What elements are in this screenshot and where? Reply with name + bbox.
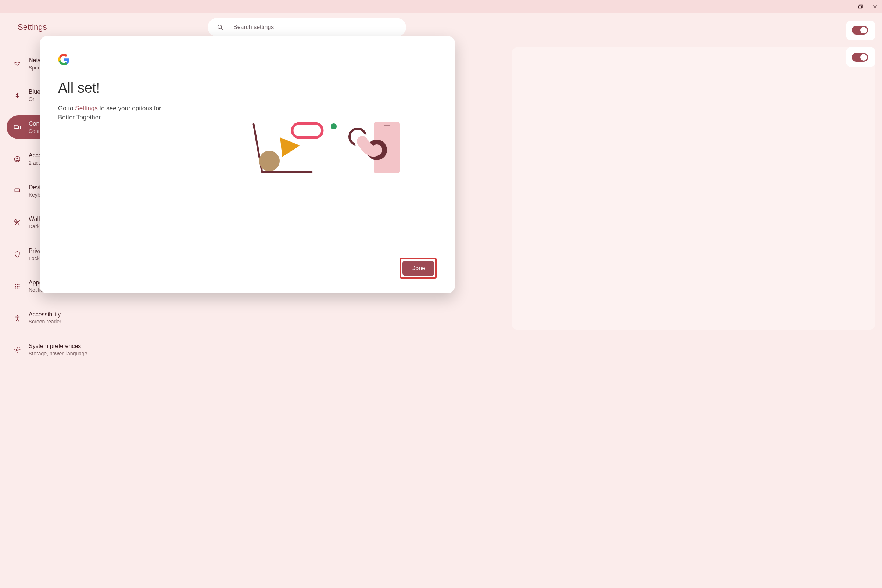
svg-rect-2 [14, 125, 18, 128]
dialog-body: Go to Settings to see your options for B… [58, 104, 179, 122]
svg-point-17 [16, 315, 18, 316]
sidebar-item-sub: Storage, power, language [28, 350, 87, 357]
minimize-icon [843, 4, 848, 9]
settings-link[interactable]: Settings [75, 105, 98, 112]
bt-icon [13, 92, 21, 100]
ruler-icon [13, 219, 21, 227]
wifi-icon [13, 60, 21, 68]
done-button-highlight: Done [400, 258, 436, 279]
all-set-dialog: All set! Go to Settings to see your opti… [40, 36, 455, 293]
dialog-body-prefix: Go to [58, 105, 75, 112]
svg-rect-20 [292, 123, 322, 138]
svg-rect-3 [18, 126, 20, 129]
dialog-title: All set! [58, 80, 436, 96]
sidebar-item-gear[interactable]: System preferencesStorage, power, langua… [7, 338, 125, 361]
gear-icon [13, 346, 21, 354]
settings-content-panel [512, 47, 875, 330]
page-title: Settings [18, 22, 47, 32]
svg-point-15 [17, 287, 18, 288]
svg-point-19 [259, 151, 280, 171]
access-icon [13, 314, 21, 322]
toggle-switch[interactable] [852, 26, 868, 34]
google-logo-icon [58, 54, 70, 65]
svg-point-1 [218, 25, 222, 28]
svg-point-13 [19, 285, 20, 286]
svg-rect-0 [859, 6, 862, 9]
window-restore-button[interactable] [857, 3, 864, 10]
svg-point-14 [15, 287, 16, 288]
search-input[interactable] [233, 24, 397, 30]
toggle-switch[interactable] [852, 53, 868, 62]
close-icon [873, 4, 878, 9]
illustration [246, 121, 400, 180]
svg-point-9 [17, 284, 18, 285]
svg-point-12 [17, 285, 18, 286]
sidebar-item-label: Accessibility [28, 310, 62, 319]
svg-point-21 [331, 123, 337, 129]
svg-point-16 [19, 287, 20, 288]
done-button[interactable]: Done [402, 261, 434, 276]
account-icon [13, 155, 21, 163]
laptop-icon [13, 187, 21, 195]
devices-icon [13, 123, 21, 131]
svg-point-8 [15, 284, 16, 285]
svg-rect-23 [384, 125, 390, 126]
grid-icon [13, 282, 21, 290]
window-titlebar [0, 0, 882, 13]
shield-icon [13, 250, 21, 258]
search-field[interactable] [208, 18, 406, 36]
sidebar-item-sub: Screen reader [28, 318, 62, 325]
restore-icon [858, 4, 863, 9]
window-close-button[interactable] [872, 3, 878, 10]
svg-point-5 [16, 158, 18, 159]
svg-rect-6 [15, 189, 20, 192]
sidebar-item-label: System preferences [28, 342, 87, 350]
svg-point-10 [19, 284, 20, 285]
window-minimize-button[interactable] [842, 3, 849, 10]
svg-point-11 [15, 285, 16, 286]
search-icon [216, 24, 224, 31]
svg-point-18 [16, 349, 18, 351]
sidebar-item-access[interactable]: AccessibilityScreen reader [7, 306, 125, 330]
